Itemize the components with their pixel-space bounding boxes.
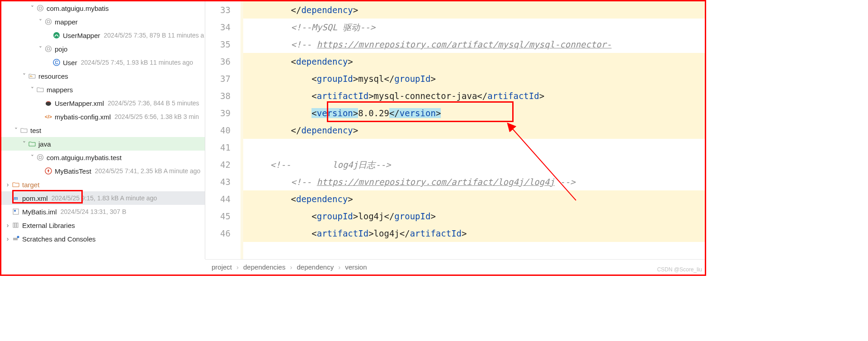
svg-point-13 — [38, 155, 43, 161]
svg-point-4 — [53, 32, 60, 38]
tree-item-label: target — [22, 181, 39, 189]
chevron-right-icon: › — [236, 263, 239, 271]
svg-rect-3 — [47, 21, 50, 23]
tree-item-folder[interactable]: ˅ test — [1, 123, 205, 137]
chevron-down-icon[interactable]: ˅ — [28, 154, 36, 161]
tree-item-package[interactable]: ˅ com.atguigu.mybatis.test — [1, 151, 205, 164]
package-icon — [36, 154, 45, 161]
svg-rect-21 — [17, 223, 18, 227]
target-folder-icon — [11, 181, 20, 188]
tree-item-folder[interactable]: › target — [1, 178, 205, 191]
svg-point-24 — [17, 236, 19, 238]
tree-item-scratches[interactable]: › Scratches and Consoles — [1, 232, 205, 246]
test-class-icon — [44, 167, 53, 175]
project-tree[interactable]: ˅ com.atguigu.mybatis ˅ mapper UserMappe… — [1, 1, 205, 259]
tree-item-label: External Libraries — [22, 222, 75, 229]
chevron-right-icon: › — [290, 263, 292, 271]
tree-item-meta: 2024/5/25 7:35, 879 B 11 minutes a — [104, 32, 204, 39]
chevron-right-icon: › — [338, 263, 340, 271]
breadcrumb-item[interactable]: dependencies — [243, 263, 285, 271]
chevron-down-icon[interactable]: ˅ — [28, 86, 36, 93]
code-area[interactable]: </dependency> <!--MySQL 驱动--> <!-- https… — [243, 1, 705, 259]
mybatis-xml-icon — [44, 99, 53, 107]
code-editor[interactable]: 3334353637383940414243444546 </dependenc… — [205, 1, 705, 259]
gutter: 3334353637383940414243444546 — [205, 1, 241, 259]
package-icon — [44, 18, 53, 25]
tree-item-label: mapper — [55, 18, 78, 26]
svg-text:m: m — [14, 195, 18, 201]
tree-item-label: com.atguigu.mybatis — [47, 5, 109, 12]
svg-text:C: C — [55, 60, 58, 65]
tree-item-label: mappers — [47, 86, 73, 94]
tree-item-label: MyBatisTest — [55, 167, 91, 175]
folder-icon — [36, 86, 45, 93]
module-icon — [11, 208, 20, 215]
svg-rect-9 — [30, 76, 32, 76]
scratches-icon — [11, 235, 20, 242]
library-icon — [11, 222, 20, 229]
tree-item-folder[interactable]: ˅ mappers — [1, 83, 205, 96]
svg-point-5 — [46, 46, 52, 52]
tree-item-package[interactable]: ˅ pojo — [1, 42, 205, 56]
chevron-right-icon[interactable]: › — [4, 235, 11, 242]
folder-icon — [19, 127, 28, 134]
chevron-down-icon[interactable]: ˅ — [20, 140, 28, 147]
svg-rect-22 — [13, 238, 18, 239]
tree-item-class[interactable]: C User 2024/5/25 7:45, 1.93 kB 11 minute… — [1, 56, 205, 69]
chevron-down-icon[interactable]: ˅ — [37, 18, 44, 25]
tree-item-label: pom.xml — [22, 194, 48, 202]
svg-rect-19 — [13, 223, 14, 227]
tree-item-meta: 2024/5/25 7:36, 844 B 5 minutes — [108, 99, 199, 107]
tree-item-label: MyBatis.iml — [22, 208, 57, 216]
chevron-right-icon[interactable]: › — [4, 222, 11, 229]
xml-icon: </> — [44, 113, 53, 120]
tree-item-meta: 2024/5/25 7:41, 2.35 kB A minute ago — [95, 167, 201, 175]
chevron-down-icon[interactable]: ˅ — [28, 5, 36, 12]
breadcrumb: project› dependencies› dependency› versi… — [205, 259, 705, 275]
breadcrumb-item[interactable]: dependency — [297, 263, 334, 271]
tree-item-meta: 2024/5/25 9:15, 1.83 kB A minute ago — [52, 194, 157, 202]
breadcrumb-item[interactable]: project — [212, 263, 232, 271]
tree-item-xml[interactable]: UserMapper.xml 2024/5/25 7:36, 844 B 5 m… — [1, 96, 205, 110]
chevron-down-icon[interactable]: ˅ — [37, 45, 44, 52]
tree-item-meta: 2024/5/25 6:56, 1.38 kB 3 min — [114, 113, 199, 120]
svg-rect-20 — [15, 223, 16, 227]
svg-point-2 — [46, 19, 52, 25]
ide-window: ˅ com.atguigu.mybatis ˅ mapper UserMappe… — [0, 0, 706, 276]
resources-folder-icon — [28, 72, 37, 80]
tree-item-label: Scratches and Consoles — [22, 235, 96, 243]
tree-item-folder[interactable]: ˅ resources — [1, 69, 205, 83]
svg-text:</>: </> — [45, 114, 52, 119]
class-icon: C — [52, 59, 61, 66]
tree-item-folder[interactable]: ˅ java — [1, 137, 205, 151]
tree-item-label: java — [38, 140, 51, 148]
tree-item-package[interactable]: ˅ com.atguigu.mybatis — [1, 1, 205, 15]
svg-rect-10 — [30, 76, 33, 77]
chevron-right-icon[interactable]: › — [4, 181, 11, 188]
chevron-down-icon[interactable]: ˅ — [20, 72, 28, 80]
svg-rect-1 — [39, 7, 42, 9]
tree-item-pom[interactable]: m pom.xml 2024/5/25 9:15, 1.83 kB A minu… — [1, 191, 205, 205]
breadcrumb-item[interactable]: version — [345, 263, 367, 271]
svg-rect-14 — [39, 156, 42, 159]
maven-icon: m — [11, 194, 20, 202]
chevron-down-icon[interactable]: ˅ — [12, 127, 19, 134]
tree-item-label: pojo — [55, 45, 67, 53]
tree-item-interface[interactable]: UserMapper 2024/5/25 7:35, 879 B 11 minu… — [1, 28, 205, 42]
tree-item-label: test — [30, 127, 41, 134]
interface-icon — [52, 32, 61, 39]
test-folder-icon — [28, 140, 37, 147]
tree-item-class[interactable]: MyBatisTest 2024/5/25 7:41, 2.35 kB A mi… — [1, 164, 205, 178]
svg-rect-6 — [47, 48, 50, 50]
tree-item-xml[interactable]: </> mybatis-config.xml 2024/5/25 6:56, 1… — [1, 110, 205, 123]
svg-rect-18 — [14, 210, 16, 212]
tree-item-iml[interactable]: MyBatis.iml 2024/5/24 13:31, 307 B — [1, 205, 205, 218]
package-icon — [36, 5, 45, 12]
package-icon — [44, 45, 53, 52]
tree-item-label: User — [63, 59, 77, 66]
tree-item-package[interactable]: ˅ mapper — [1, 15, 205, 28]
svg-point-0 — [38, 5, 43, 11]
tree-item-label: mybatis-config.xml — [55, 113, 111, 121]
tree-item-external-libraries[interactable]: › External Libraries — [1, 218, 205, 232]
tree-item-label: com.atguigu.mybatis.test — [47, 154, 122, 161]
